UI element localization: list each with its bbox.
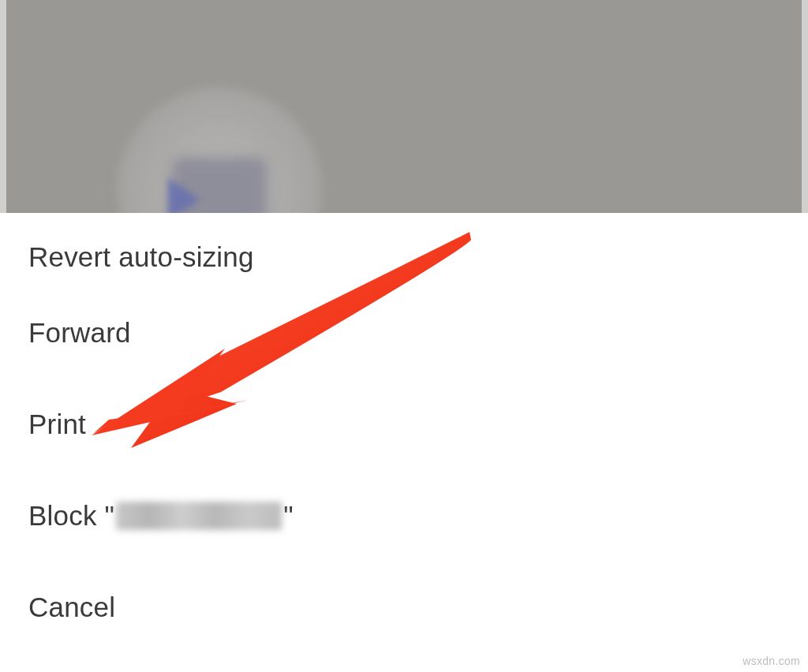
menu-item-label-prefix: Block " — [28, 500, 114, 532]
menu-item-revert-auto-sizing[interactable]: Revert auto-sizing — [0, 213, 808, 287]
watermark-text: wsxdn.com — [743, 655, 800, 667]
menu-item-label-suffix: " — [283, 500, 294, 532]
menu-item-print[interactable]: Print — [0, 379, 808, 470]
menu-item-label: Print — [28, 409, 86, 440]
menu-item-block-sender[interactable]: Block "" — [0, 470, 808, 562]
menu-item-forward[interactable]: Forward — [0, 287, 808, 379]
menu-item-label: Revert auto-sizing — [28, 241, 254, 273]
redacted-sender-name — [116, 502, 282, 530]
menu-item-label: Cancel — [28, 592, 115, 623]
menu-item-label: Forward — [28, 317, 131, 349]
action-sheet: Revert auto-sizing Forward Print Block "… — [0, 213, 808, 672]
menu-item-cancel[interactable]: Cancel — [0, 562, 808, 653]
dimmed-background — [0, 0, 808, 213]
